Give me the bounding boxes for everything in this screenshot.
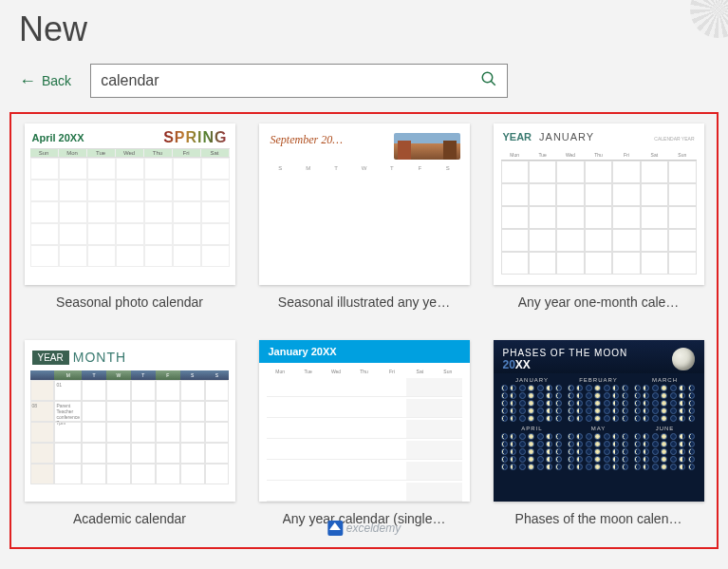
thumb-title: January 20XX [259, 340, 470, 363]
moon-icon [672, 348, 695, 370]
back-button[interactable]: ← Back [19, 72, 71, 89]
thumb-year: 20XX [503, 358, 628, 371]
template-seasonal-illustrated[interactable]: September 20… SMTWTFS Seasonal illustrat… [252, 123, 476, 331]
calendar-grid: SMTWTFS [267, 163, 462, 173]
template-thumbnail: September 20… SMTWTFS [259, 123, 470, 285]
template-thumbnail: YEAR MONTH MTWTFSS 01 08Parent Teacherco… [25, 340, 235, 502]
search-box[interactable] [90, 64, 508, 98]
moon-months-grid: JANUARYFEBRUARYMARCHAPRILMAYJUNE [494, 373, 704, 474]
template-thumbnail: January 20XX MonTueWedThuFriSatSun [259, 340, 470, 502]
thumb-year: YEAR [503, 131, 532, 142]
thumb-title: PHASES OF THE MOON [503, 348, 628, 358]
template-label: Seasonal photo calendar [56, 294, 203, 310]
calendar-grid: MTWTFSS 01 08Parent Teacherconference 7p… [30, 370, 230, 484]
template-any-year-single[interactable]: January 20XX MonTueWedThuFriSatSun Any y… [252, 340, 476, 547]
back-arrow-icon: ← [19, 72, 36, 89]
template-seasonal-photo[interactable]: April 20XX SPRING SunMonTueWedThuFriSat … [17, 123, 242, 331]
search-icon[interactable] [480, 70, 497, 91]
template-thumbnail: YEAR JANUARY CALENDAR YEAR MonTueWedThuF… [494, 123, 704, 285]
template-label: Academic calendar [73, 511, 186, 526]
thumb-year: YEAR [32, 351, 69, 365]
svg-line-1 [491, 81, 495, 85]
thumb-month: JANUARY [539, 131, 594, 142]
thumb-month: MONTH [73, 350, 126, 365]
template-label: Phases of the moon calen… [515, 511, 682, 526]
back-label: Back [42, 73, 71, 88]
template-thumbnail: PHASES OF THE MOON 20XX JANUARYFEBRUARYM… [494, 340, 704, 502]
template-any-year-one-month[interactable]: YEAR JANUARY CALENDAR YEAR MonTueWedThuF… [486, 123, 711, 331]
calendar-grid: SunMonTueWedThuFriSat [30, 148, 230, 157]
thumb-title: September 20… [271, 133, 343, 147]
template-results: April 20XX SPRING SunMonTueWedThuFriSat … [9, 112, 719, 549]
page-title: New [19, 9, 709, 49]
template-moon-phases[interactable]: PHASES OF THE MOON 20XX JANUARYFEBRUARYM… [486, 340, 711, 547]
template-label: Any year calendar (single… [283, 511, 446, 526]
template-academic[interactable]: YEAR MONTH MTWTFSS 01 08Parent Teacherco… [17, 340, 242, 547]
svg-point-0 [482, 72, 493, 83]
template-thumbnail: April 20XX SPRING SunMonTueWedThuFriSat [25, 123, 235, 285]
template-label: Seasonal illustrated any ye… [278, 294, 450, 310]
header: New [0, 0, 728, 64]
calendar-grid: MonTueWedThuFriSatSun [267, 367, 462, 502]
thumb-title: April 20XX [32, 132, 84, 143]
search-input[interactable] [101, 72, 480, 89]
calendar-grid: MonTueWedThuFriSatSun [501, 150, 697, 275]
search-row: ← Back [0, 64, 728, 112]
illustration-icon [394, 133, 460, 160]
template-label: Any year one-month cale… [518, 294, 680, 310]
thumb-deco-text: SPRING [163, 129, 227, 146]
